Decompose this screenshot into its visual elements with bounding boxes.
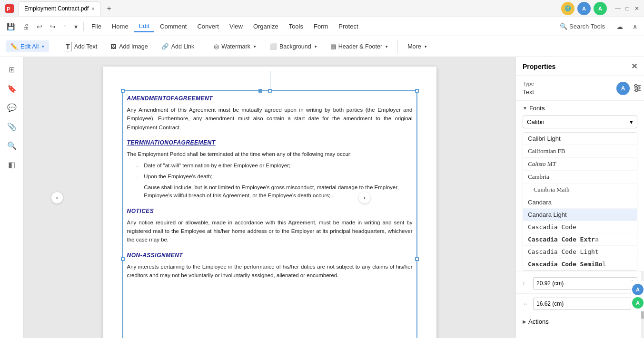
menu-convert[interactable]: Convert — [192, 21, 224, 32]
sidebar-icon-thumbnail[interactable]: ⊞ — [3, 61, 20, 78]
sidebar-icon-layers[interactable]: ◧ — [3, 156, 20, 173]
font-dropdown-arrow: ▾ — [630, 118, 633, 126]
toolbar-divider-2 — [204, 40, 204, 53]
menu-right: 🔍 Search Tools ☁ ∧ — [555, 21, 640, 32]
handle-top-center — [268, 89, 272, 93]
background-button[interactable]: ⬜ Background ▾ — [265, 40, 322, 52]
font-item-cascadia-code-light[interactable]: Cascadia Code Light — [523, 246, 637, 258]
font-item-candara-light[interactable]: Candara Light — [523, 209, 637, 221]
fonts-arrow: ▼ — [523, 106, 527, 111]
menu-file[interactable]: File — [87, 21, 106, 32]
termination-intro[interactable]: The Employment Period shall be terminate… — [127, 150, 413, 158]
maximize-button[interactable]: □ — [624, 5, 631, 12]
menu-comment[interactable]: Comment — [155, 21, 191, 32]
add-link-button[interactable]: 🔗 Add Link — [157, 40, 199, 52]
width-value: 16.62 (cm) — [536, 300, 564, 307]
fonts-label: Fonts — [529, 105, 545, 112]
watermark-button[interactable]: ◎ Watermark ▾ — [209, 40, 261, 52]
list-item-3[interactable]: - Cause shall include, but is not limite… — [137, 183, 413, 200]
header-footer-button[interactable]: ▤ Header & Footer ▾ — [326, 40, 393, 52]
image-icon: 🖼 — [110, 43, 117, 50]
list-item-2[interactable]: - Upon the Employee's death; — [137, 173, 413, 181]
menu-organize[interactable]: Organize — [248, 21, 283, 32]
main-layout: ⊞ 🔖 💬 📎 🔍 ◧ ‹ — [0, 57, 644, 338]
toolbar-quick-access: 💾 🖨 ↩ ↪ ↑ ▾ — [4, 21, 80, 32]
menu-tools[interactable]: Tools — [284, 21, 308, 32]
height-icon: ↕ — [523, 280, 530, 286]
font-item-cascadia-code-semibold[interactable]: Cascadia Code SemiBol — [523, 258, 637, 270]
font-dropdown[interactable]: Calibri ▾ — [523, 116, 637, 128]
panel-profile-icon[interactable]: A — [616, 82, 630, 95]
font-item-calisto-mt[interactable]: Calisto MT — [523, 158, 637, 171]
dropdown-arrow-more: ▾ — [425, 44, 427, 49]
menu-edit[interactable]: Edit — [134, 20, 154, 32]
edit-all-button[interactable]: ✏️ Edit All ▾ — [6, 40, 49, 52]
menu-home[interactable]: Home — [107, 21, 133, 32]
right-edge-icons: A A — [631, 281, 644, 311]
fonts-section: ▼ Fonts Calibri ▾ Calibri Light Californ… — [516, 101, 644, 271]
print-icon[interactable]: 🖨 — [20, 21, 32, 32]
notices-text[interactable]: Any notice required or allowable, made i… — [127, 218, 413, 244]
actions-label: Actions — [528, 318, 549, 325]
font-item-cascadia-code-extra[interactable]: Cascadia Code Extra — [523, 233, 637, 246]
document-area: ‹ AMENDMENTOFAGREEMENT — [24, 57, 515, 338]
search-tools-button[interactable]: 🔍 Search Tools — [555, 21, 610, 32]
profile-avatar-3[interactable]: A — [594, 2, 607, 15]
menu-bar: 💾 🖨 ↩ ↪ ↑ ▾ File Home Edit Comment Conve… — [0, 17, 644, 36]
header-footer-icon: ▤ — [330, 43, 336, 50]
font-item-candara[interactable]: Candara — [523, 196, 637, 209]
add-text-button[interactable]: T Add Text — [59, 39, 102, 54]
more-icon[interactable]: ▾ — [71, 21, 80, 32]
menu-form[interactable]: Form — [309, 21, 333, 32]
width-input[interactable]: 16.62 (cm) ▲▼ — [533, 298, 637, 310]
font-list-scrollbar-area — [516, 271, 644, 273]
close-button[interactable]: ✕ — [634, 5, 640, 12]
sidebar-icon-bookmark[interactable]: 🔖 — [3, 80, 20, 97]
height-input[interactable]: 20.92 (cm) ▲▼ — [533, 277, 637, 290]
font-item-cambria[interactable]: Cambria — [523, 171, 637, 183]
panel-close-button[interactable]: ✕ — [631, 62, 637, 71]
collapse-icon[interactable]: ∧ — [630, 21, 640, 32]
menu-protect[interactable]: Protect — [334, 21, 363, 32]
termination-heading: TERMINATIONOFAGREEMENT — [127, 139, 413, 146]
sidebar-icon-comment[interactable]: 💬 — [3, 99, 20, 116]
amendment-text[interactable]: Any Amendment of this Agreement must be … — [127, 106, 413, 132]
edge-icon-a2[interactable]: A — [632, 297, 644, 309]
add-image-button[interactable]: 🖼 Add Image — [106, 41, 152, 52]
minimize-button[interactable]: — — [614, 5, 621, 12]
font-item-californian-fb[interactable]: Californian FB — [523, 145, 637, 158]
profile-avatar-2[interactable]: A — [577, 2, 591, 15]
sidebar-icon-search[interactable]: 🔍 — [3, 137, 20, 154]
adjust-icon[interactable] — [633, 83, 642, 94]
watermark-icon: ◎ — [214, 43, 219, 50]
app-icon: P — [4, 3, 15, 14]
tab-close-button[interactable]: × — [91, 6, 94, 11]
font-item-cascadia-code[interactable]: Cascadia Code — [523, 221, 637, 233]
menu-view[interactable]: View — [225, 21, 248, 32]
profile-avatar-1[interactable]: 🌐 — [561, 2, 575, 15]
actions-section[interactable]: ▶ Actions — [516, 314, 644, 329]
notices-section: NOTICES Any notice required or allowable… — [127, 208, 413, 244]
new-tab-button[interactable]: + — [103, 3, 115, 14]
svg-point-5 — [635, 85, 637, 87]
font-item-calibri-light[interactable]: Calibri Light — [523, 133, 637, 145]
current-tab[interactable]: Employment Contract.pdf × — [18, 1, 100, 16]
selection-top-line — [270, 71, 270, 90]
upload-icon[interactable]: ☁ — [614, 21, 626, 32]
undo-icon[interactable]: ↩ — [34, 21, 45, 32]
save-icon[interactable]: 💾 — [4, 21, 18, 32]
share-icon[interactable]: ↑ — [60, 21, 69, 32]
next-page-button[interactable]: › — [359, 192, 370, 203]
prev-page-button[interactable]: ‹ — [51, 192, 63, 203]
font-item-cambria-math[interactable]: Cambria Math — [523, 183, 637, 196]
list-item-1[interactable]: - Date of "at-will" termination by eithe… — [137, 162, 413, 170]
more-button[interactable]: More ▾ — [403, 41, 431, 52]
sidebar-icon-attachment[interactable]: 📎 — [3, 118, 20, 135]
height-value: 20.92 (cm) — [536, 280, 564, 287]
document-page: AMENDMENTOFAGREEMENT Any Amendment of th… — [103, 67, 436, 338]
non-assignment-text[interactable]: Any interests pertaining to the Employee… — [127, 262, 413, 280]
dropdown-arrow-background: ▾ — [315, 44, 317, 49]
edge-icon-ai[interactable]: A — [632, 284, 644, 295]
redo-icon[interactable]: ↪ — [47, 21, 59, 32]
fonts-collapsible[interactable]: ▼ Fonts — [523, 105, 637, 112]
